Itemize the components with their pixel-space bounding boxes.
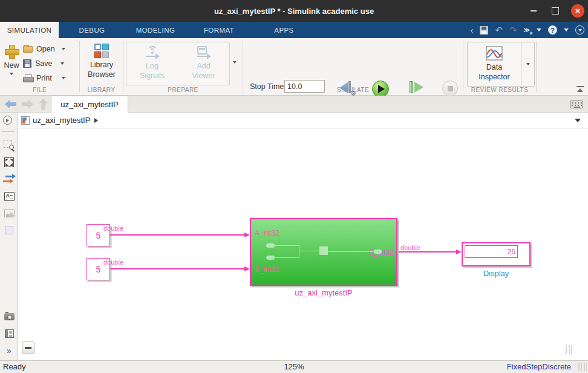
maximize-icon[interactable] <box>549 5 561 17</box>
review-results-section-label: REVIEW RESULTS <box>463 87 536 93</box>
more-tools-icon[interactable]: » <box>2 344 16 357</box>
tab-simulation[interactable]: SIMULATION <box>0 22 59 38</box>
tab-modeling[interactable]: MODELING <box>125 22 186 38</box>
forward-arrow-icon[interactable] <box>22 100 33 108</box>
command-dropdown-icon[interactable] <box>537 28 541 31</box>
breadcrumb-dropdown-icon[interactable] <box>575 119 581 122</box>
ribbon-options-icon[interactable] <box>575 25 584 35</box>
data-inspector-dropdown-icon <box>526 63 530 65</box>
minimize-icon[interactable] <box>528 5 540 17</box>
print-dropdown-icon[interactable] <box>62 77 65 79</box>
library-browser-icon <box>94 44 109 58</box>
window-resize-grip[interactable] <box>578 363 587 371</box>
tool-palette: » <box>0 113 18 360</box>
subsystem-thumbnail-port <box>374 249 382 254</box>
help-dropdown-icon[interactable] <box>564 28 569 31</box>
area-icon[interactable] <box>2 223 16 237</box>
solver-link[interactable]: FixedStepDiscrete <box>507 362 571 371</box>
add-viewer-button[interactable]: Add Viewer <box>178 42 229 85</box>
subsystem-thumbnail-port <box>266 256 275 260</box>
log-signals-label: Log Signals <box>137 62 168 81</box>
data-inspector-button[interactable]: Data Inspector <box>467 42 535 87</box>
display-name[interactable]: Display <box>462 269 531 278</box>
save-label: Save <box>35 59 57 68</box>
camera-icon[interactable] <box>2 310 16 323</box>
library-browser-label: Library Browser <box>85 61 119 79</box>
prepare-section-label: PREPARE <box>123 87 243 93</box>
back-arrow-icon[interactable] <box>5 100 16 108</box>
wire-3-arrow-icon <box>456 249 462 254</box>
fit-to-view-icon[interactable] <box>2 156 16 169</box>
status-bar: Ready 125% FixedStepDiscrete <box>0 360 588 373</box>
model-canvas[interactable]: 5 double 5 double A_int32 B_int32 C_int3… <box>18 128 588 360</box>
window-controls <box>528 0 584 22</box>
save-button[interactable]: Save <box>23 58 64 69</box>
zoom-icon[interactable] <box>2 139 16 152</box>
undo-icon[interactable]: ↶ <box>495 25 503 35</box>
print-icon <box>23 74 33 82</box>
divider <box>79 41 80 92</box>
annotation-icon[interactable] <box>2 190 16 203</box>
save-icon[interactable] <box>480 26 488 35</box>
wire-3[interactable] <box>399 251 457 253</box>
subsystem-thumbnail-line <box>299 251 319 251</box>
divider <box>243 41 243 92</box>
breadcrumb-caret-icon[interactable] <box>94 118 98 123</box>
model-browser-icon[interactable] <box>2 327 16 340</box>
divider <box>463 41 463 92</box>
resize-grip[interactable] <box>566 345 573 354</box>
subsystem-block[interactable]: A_int32 B_int32 C_int32 <box>250 218 397 286</box>
close-icon[interactable] <box>571 4 584 18</box>
print-button[interactable]: Print <box>23 73 65 84</box>
command-window-icon[interactable]: ≫★ <box>524 27 530 33</box>
library-browser-button[interactable]: Library Browser <box>82 41 121 92</box>
model-tab[interactable]: uz_axi_mytestIP <box>51 96 128 113</box>
subsystem-thumbnail-line <box>275 257 299 258</box>
image-icon[interactable] <box>2 206 16 220</box>
data-inspector-icon <box>486 46 503 61</box>
log-signals-button[interactable]: Log Signals <box>126 42 178 85</box>
signal-arrows-icon[interactable] <box>2 173 16 186</box>
save-floppy-icon <box>23 59 31 68</box>
divider <box>536 41 537 92</box>
open-button[interactable]: Open <box>23 44 65 54</box>
collapse-ribbon-icon[interactable] <box>576 86 584 93</box>
signal-label-double-1: double <box>103 225 123 232</box>
simulink-window: uz_axi_mytestIP * - Simulink academic us… <box>0 0 588 373</box>
subsystem-name[interactable]: uz_axi_mytestIP <box>250 288 397 297</box>
signal-label-double-3: double <box>400 244 420 251</box>
new-dropdown-icon[interactable] <box>10 73 13 75</box>
tab-debug[interactable]: DEBUG <box>59 22 125 38</box>
star-icon: ★ <box>529 31 533 36</box>
tab-format[interactable]: FORMAT <box>186 22 252 38</box>
quick-access-toolbar: ‹ ↶ ↷ ≫★ ? <box>470 22 584 38</box>
up-arrow-icon[interactable] <box>38 100 49 108</box>
display-block[interactable]: 25 <box>462 242 531 266</box>
signal-label-double-2: double <box>103 259 123 266</box>
redo-icon[interactable]: ↷ <box>509 25 517 35</box>
qat-expand-icon[interactable]: ‹ <box>470 25 473 35</box>
tab-apps[interactable]: APPS <box>252 22 316 38</box>
model-icon <box>21 116 30 125</box>
ribbon: New Open Save Print FILE Library Browser… <box>0 38 588 96</box>
add-viewer-label: Add Viewer <box>188 62 220 81</box>
wire-2[interactable] <box>110 268 245 269</box>
port-label-b: B_int32 <box>255 265 279 274</box>
keyboard-icon[interactable] <box>570 101 583 108</box>
wire-1[interactable] <box>110 234 245 236</box>
open-dropdown-icon[interactable] <box>62 48 65 50</box>
breadcrumb-model-name[interactable]: uz_axi_mytestIP <box>33 116 90 125</box>
open-folder-icon <box>23 46 33 53</box>
save-dropdown-icon[interactable] <box>60 62 64 65</box>
data-inspector-dropdown[interactable] <box>521 42 534 86</box>
help-icon[interactable]: ? <box>548 25 557 35</box>
hide-bar-button[interactable] <box>22 342 34 354</box>
prepare-gallery-dropdown-icon[interactable] <box>233 61 237 64</box>
print-label: Print <box>36 74 58 82</box>
hide-explorer-icon[interactable] <box>3 116 12 125</box>
subsystem-thumbnail-line <box>328 251 374 252</box>
new-button[interactable]: New <box>2 41 21 87</box>
data-inspector-label: Data Inspector <box>473 63 515 82</box>
open-label: Open <box>36 45 58 53</box>
library-section-label: LIBRARY <box>80 87 123 93</box>
